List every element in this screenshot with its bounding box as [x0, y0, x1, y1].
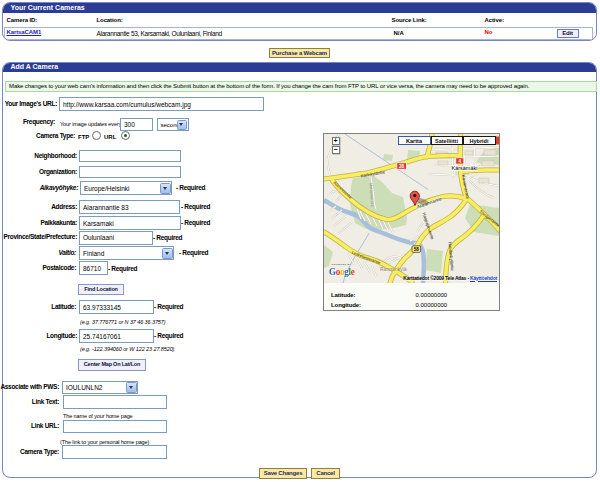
svg-text:28: 28	[399, 164, 405, 169]
svg-text:4: 4	[459, 159, 462, 164]
svg-text:Kärsämäki: Kärsämäki	[452, 165, 478, 171]
svg-text:58: 58	[414, 247, 420, 252]
svg-text:Rannankylä: Rannankylä	[380, 266, 407, 272]
